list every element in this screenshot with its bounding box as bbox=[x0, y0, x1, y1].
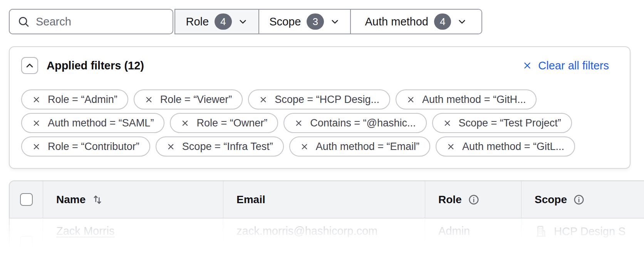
filter-pill-label: Role = “Owner” bbox=[196, 117, 267, 129]
chevron-up-icon bbox=[24, 60, 35, 71]
user-role: Admin bbox=[438, 225, 470, 237]
auth-method-filter-count-badge: 4 bbox=[434, 13, 451, 30]
auth-method-filter-button[interactable]: Auth method 4 bbox=[351, 10, 481, 34]
filter-pill[interactable]: Auth method = “GitH... bbox=[396, 89, 537, 109]
close-icon bbox=[300, 142, 309, 151]
filter-pill[interactable]: Role = “Contributor” bbox=[21, 136, 150, 157]
search-box[interactable] bbox=[9, 9, 173, 34]
filter-button-group: Role 4 Scope 3 Auth method 4 bbox=[174, 9, 482, 34]
column-label-name: Name bbox=[56, 194, 86, 206]
scope-filter-count-badge: 3 bbox=[307, 13, 324, 30]
close-icon bbox=[406, 95, 415, 104]
chevron-down-icon bbox=[330, 17, 340, 27]
applied-filters-header: Applied filters (12) Clear all filters bbox=[21, 57, 618, 74]
filter-pill-label: Scope = “HCP Desig... bbox=[275, 94, 379, 106]
column-header-role: Role bbox=[425, 181, 522, 218]
filter-pill[interactable]: Scope = “HCP Desig... bbox=[248, 89, 390, 109]
filter-pill-label: Auth method = “Email” bbox=[316, 141, 419, 153]
filter-pill-row: Role = “Admin” Role = “Viewer” Scope = “… bbox=[21, 89, 618, 109]
user-email: zack.morris@hashicorp.com bbox=[236, 225, 377, 237]
applied-filters-panel: Applied filters (12) Clear all filters R… bbox=[9, 46, 631, 169]
filter-pill-label: Contains = “@hashic... bbox=[310, 117, 416, 129]
filter-pill[interactable]: Auth method = “Email” bbox=[289, 136, 430, 157]
role-filter-count-badge: 4 bbox=[215, 13, 231, 30]
filter-toolbar: Role 4 Scope 3 Auth method 4 bbox=[9, 9, 482, 34]
close-icon bbox=[446, 142, 455, 151]
column-label-email: Email bbox=[236, 194, 265, 206]
row-role-cell: Admin bbox=[425, 219, 522, 266]
filter-pill[interactable]: Scope = “Test Project” bbox=[432, 113, 572, 133]
filter-pill-label: Role = “Contributor” bbox=[48, 141, 139, 153]
column-label-role: Role bbox=[438, 194, 462, 206]
column-label-scope: Scope bbox=[535, 194, 567, 206]
clear-all-filters-label: Clear all filters bbox=[538, 59, 609, 72]
close-icon bbox=[294, 119, 303, 128]
search-input[interactable] bbox=[36, 15, 165, 28]
row-checkbox[interactable] bbox=[20, 236, 33, 249]
filter-pill[interactable]: Scope = “Infra Test” bbox=[156, 136, 284, 157]
column-header-name[interactable]: Name bbox=[43, 181, 223, 218]
row-scope-cell: HCP Design S bbox=[522, 219, 644, 266]
header-checkbox-cell bbox=[10, 181, 43, 218]
filter-pill-label: Auth method = “GitL... bbox=[462, 141, 564, 153]
user-name-link[interactable]: Zack Morris bbox=[56, 225, 114, 237]
chevron-down-icon bbox=[238, 17, 248, 27]
close-icon bbox=[144, 95, 153, 104]
filter-pill-label: Role = “Admin” bbox=[48, 94, 117, 106]
collapse-panel-button[interactable] bbox=[21, 57, 38, 74]
filter-pill-row: Auth method = “SAML” Role = “Owner” Cont… bbox=[21, 113, 618, 133]
sort-icon[interactable] bbox=[92, 194, 103, 205]
close-icon bbox=[181, 119, 190, 128]
row-name-cell: Zack Morris bbox=[43, 219, 223, 266]
filter-pill[interactable]: Role = “Admin” bbox=[21, 89, 128, 109]
close-icon bbox=[259, 95, 268, 104]
column-header-email: Email bbox=[223, 181, 425, 218]
info-icon[interactable] bbox=[468, 194, 480, 205]
close-icon bbox=[443, 119, 452, 128]
scope-filter-button[interactable]: Scope 3 bbox=[259, 10, 351, 34]
clear-all-filters-link[interactable]: Clear all filters bbox=[522, 59, 609, 72]
user-scope: HCP Design S bbox=[554, 225, 626, 238]
filter-pill[interactable]: Role = “Owner” bbox=[170, 113, 278, 133]
info-icon[interactable] bbox=[573, 194, 585, 205]
filter-pill-row: Role = “Contributor” Scope = “Infra Test… bbox=[21, 136, 618, 157]
chevron-down-icon bbox=[457, 17, 467, 27]
role-filter-label: Role bbox=[186, 15, 209, 28]
filter-pill[interactable]: Auth method = “SAML” bbox=[21, 113, 164, 133]
table-header-row: Name Email Role Scope bbox=[10, 181, 644, 219]
filter-pill-label: Scope = “Test Project” bbox=[459, 117, 561, 129]
filter-pills: Role = “Admin” Role = “Viewer” Scope = “… bbox=[21, 89, 618, 157]
filter-pill-label: Auth method = “GitH... bbox=[422, 94, 526, 106]
close-icon bbox=[32, 95, 41, 104]
filter-pill-label: Auth method = “SAML” bbox=[48, 117, 154, 129]
close-icon bbox=[32, 142, 41, 151]
filter-pill-label: Role = “Viewer” bbox=[160, 94, 232, 106]
table-row: Zack Morris zack.morris@hashicorp.com Ad… bbox=[10, 219, 644, 266]
close-icon bbox=[32, 119, 41, 128]
filter-pill-label: Scope = “Infra Test” bbox=[182, 141, 273, 153]
role-filter-button[interactable]: Role 4 bbox=[175, 10, 259, 34]
scope-filter-label: Scope bbox=[269, 15, 301, 28]
filter-pill[interactable]: Role = “Viewer” bbox=[134, 89, 243, 109]
close-icon bbox=[522, 61, 532, 71]
filter-pill[interactable]: Contains = “@hashic... bbox=[283, 113, 426, 133]
auth-method-filter-label: Auth method bbox=[365, 15, 428, 28]
row-email-cell: zack.morris@hashicorp.com bbox=[223, 219, 425, 266]
column-header-scope: Scope bbox=[522, 181, 644, 218]
org-building-icon bbox=[535, 225, 548, 238]
applied-filters-title: Applied filters (12) bbox=[47, 59, 144, 72]
filter-pill[interactable]: Auth method = “GitL... bbox=[436, 136, 575, 157]
close-icon bbox=[166, 142, 175, 151]
users-table: Name Email Role Scope bbox=[9, 180, 644, 266]
row-checkbox-cell bbox=[10, 219, 43, 266]
select-all-checkbox[interactable] bbox=[20, 193, 33, 206]
search-icon bbox=[17, 15, 30, 28]
